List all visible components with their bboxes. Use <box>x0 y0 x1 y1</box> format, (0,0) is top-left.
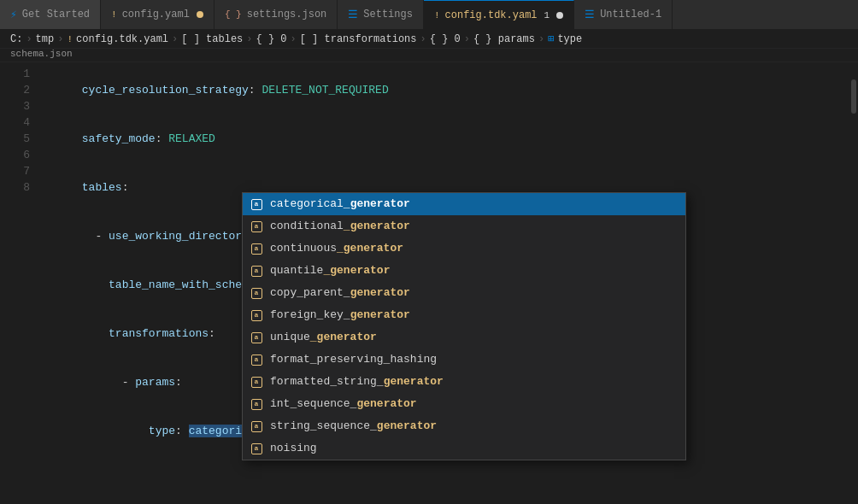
warning-icon: ! <box>111 9 117 20</box>
val-safety: RELAXED <box>168 132 215 145</box>
lines-icon: ☰ <box>348 8 358 21</box>
autocomplete-item-copy-parent[interactable]: a copy_parent_generator <box>243 282 685 304</box>
code-line-1: cycle_resolution_strategy: DELETE_NOT_RE… <box>38 66 858 114</box>
ac-icon-categorical: a <box>250 197 263 211</box>
autocomplete-item-formatted-string[interactable]: a formatted_string_generator <box>243 371 685 393</box>
key-table-name: table_name_with_schema <box>109 278 256 291</box>
ac-icon-copy-parent: a <box>250 286 263 300</box>
ac-text-conditional: conditional_generator <box>270 218 410 235</box>
val-cycle: DELETE_NOT_REQUIRED <box>262 84 388 97</box>
bc-config-tdk: config.tdk.yaml <box>76 33 168 45</box>
key-type: type <box>149 425 175 437</box>
line-num-2: 2 <box>0 82 30 98</box>
line-num-8: 8 <box>0 179 30 196</box>
bc-warning: ! <box>67 34 73 44</box>
ac-icon-foreign-key: a <box>250 308 263 322</box>
key-cycle: cycle_resolution_strategy <box>82 84 249 97</box>
modified-dot-active <box>556 12 563 19</box>
scrollbar-thumb <box>851 79 856 114</box>
editor-scrollbar[interactable] <box>849 62 858 501</box>
ac-text-format-preserving: format_preserving_hashing <box>270 351 437 368</box>
autocomplete-item-string-sequence[interactable]: a string_sequence_generator <box>243 415 685 437</box>
ac-icon-string-sequence: a <box>250 419 263 433</box>
autocomplete-item-conditional[interactable]: a conditional_generator <box>243 215 685 237</box>
tab-bar: ⚡ Get Started ! config.yaml { } settings… <box>0 0 858 30</box>
code-line-2: safety_mode: RELAXED <box>38 114 858 163</box>
ac-icon-quantile: a <box>250 264 263 278</box>
autocomplete-item-format-preserving[interactable]: a format_preserving_hashing <box>243 349 685 371</box>
ac-text-formatted-string: formatted_string_generator <box>270 373 444 390</box>
key-tables: tables <box>82 181 122 194</box>
autocomplete-item-continuous[interactable]: a continuous_generator <box>243 237 685 260</box>
ac-text-categorical: categorical_generator <box>270 196 410 213</box>
lines-icon-untitled: ☰ <box>585 8 595 21</box>
bc-tables: [ ] tables <box>181 33 243 45</box>
autocomplete-item-noising[interactable]: a noising <box>243 437 685 460</box>
autocomplete-dropdown: a categorical_generator a conditional_ge… <box>242 192 686 460</box>
ac-icon-formatted-string: a <box>250 375 263 389</box>
tab-label: Settings <box>363 9 413 21</box>
bc-image: ⊞ <box>548 32 554 45</box>
autocomplete-item-int-sequence[interactable]: a int_sequence_generator <box>243 393 685 415</box>
line-num-4: 4 <box>0 114 30 131</box>
autocomplete-item-unique[interactable]: a unique_generator <box>243 326 685 349</box>
modified-dot <box>197 11 203 18</box>
tab-untitled-1[interactable]: ☰ Untitled-1 <box>574 0 673 29</box>
bc-type: type <box>557 33 582 45</box>
line-num-7: 7 <box>0 163 30 179</box>
ac-text-int-sequence: int_sequence_generator <box>270 396 417 413</box>
bc-params: { } params <box>473 33 535 45</box>
tab-label: Untitled-1 <box>600 9 661 21</box>
bc-drive: C: <box>10 33 22 45</box>
autocomplete-item-quantile[interactable]: a quantile_generator <box>243 260 685 282</box>
breadcrumb: C: › tmp › ! config.tdk.yaml › [ ] table… <box>0 30 858 49</box>
tab-label: Get Started <box>22 9 90 21</box>
editor-container: 1 2 3 4 5 6 7 8 cycle_resolution_strateg… <box>0 62 858 501</box>
ac-text-continuous: continuous_generator <box>270 240 403 257</box>
autocomplete-item-categorical[interactable]: a categorical_generator <box>243 193 685 215</box>
vscode-icon: ⚡ <box>10 8 17 21</box>
ac-icon-continuous: a <box>250 242 263 255</box>
ac-icon-noising: a <box>250 442 263 455</box>
ac-text-copy-parent: copy_parent_generator <box>270 284 410 302</box>
tab-number: 1 <box>544 10 550 21</box>
tab-config-yaml[interactable]: ! config.yaml <box>101 0 214 29</box>
ac-icon-int-sequence: a <box>250 397 263 411</box>
key-safety: safety_mode <box>82 132 156 145</box>
line-num-3: 3 <box>0 98 30 114</box>
ac-text-foreign-key: foreign_key_generator <box>270 307 410 324</box>
ac-icon-conditional: a <box>250 220 263 233</box>
warning-icon-active: ! <box>434 10 440 21</box>
key-working-dir: use_working_directory <box>109 230 249 243</box>
breadcrumb-sub: schema.json <box>0 49 858 62</box>
line-numbers: 1 2 3 4 5 6 7 8 <box>0 62 38 501</box>
bc-tmp: tmp <box>36 33 55 45</box>
ac-text-string-sequence: string_sequence_generator <box>270 418 437 435</box>
bc-0b: { } 0 <box>430 33 461 45</box>
ac-icon-unique: a <box>250 331 263 344</box>
tab-settings[interactable]: ☰ Settings <box>338 0 424 29</box>
editor-content[interactable]: cycle_resolution_strategy: DELETE_NOT_RE… <box>38 62 858 501</box>
tab-settings-json[interactable]: { } settings.json <box>214 0 338 29</box>
line-num-5: 5 <box>0 131 30 147</box>
bc-0a: { } 0 <box>256 33 286 45</box>
tab-label: settings.json <box>247 9 327 21</box>
bc-transformations: [ ] transformations <box>300 33 417 45</box>
autocomplete-item-foreign-key[interactable]: a foreign_key_generator <box>243 304 685 326</box>
tab-config-tdk-yaml[interactable]: ! config.tdk.yaml 1 <box>424 0 574 29</box>
tab-get-started[interactable]: ⚡ Get Started <box>0 0 101 29</box>
key-params: params <box>135 376 175 389</box>
braces-icon: { } <box>225 9 242 20</box>
key-transformations: transformations <box>109 327 209 340</box>
line-num-6: 6 <box>0 147 30 163</box>
tab-label: config.yaml <box>122 9 190 21</box>
line-num-1: 1 <box>0 66 30 82</box>
tab-label: config.tdk.yaml <box>445 9 538 21</box>
ac-text-quantile: quantile_generator <box>270 262 390 279</box>
ac-icon-format-preserving: a <box>250 353 263 366</box>
ac-text-noising: noising <box>270 440 317 457</box>
ac-text-unique: unique_generator <box>270 329 377 346</box>
